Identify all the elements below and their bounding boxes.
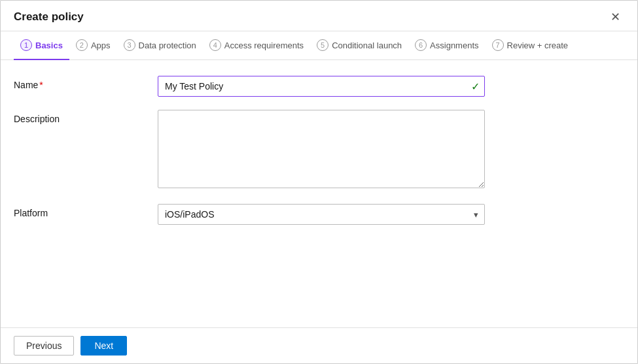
name-label: Name* [14,76,158,90]
tab-access-requirements[interactable]: 4 Access requirements [203,31,310,60]
tab-basics[interactable]: 1 Basics [14,31,69,60]
tab-review-create-step: 7 [492,39,504,51]
previous-button[interactable]: Previous [14,336,74,356]
description-field-wrapper [158,110,485,191]
create-policy-dialog: Create policy ✕ 1 Basics 2 Apps 3 Data p… [0,0,638,364]
tab-data-protection-step: 3 [124,39,135,51]
tab-apps-label: Apps [91,41,111,50]
tab-data-protection-label: Data protection [139,41,196,50]
tab-basics-step: 1 [20,39,32,51]
name-valid-icon: ✓ [471,80,480,93]
tab-review-create-label: Review + create [507,41,569,50]
tab-assignments-label: Assignments [430,41,478,50]
platform-row: Platform iOS/iPadOS Android Windows ▾ [14,204,624,225]
name-row: Name* ✓ [14,76,624,97]
tab-apps-step: 2 [76,39,88,51]
dialog-title: Create policy [14,10,84,24]
platform-label: Platform [14,204,158,218]
tab-assignments[interactable]: 6 Assignments [408,31,485,60]
description-input[interactable] [158,110,485,188]
tab-conditional-launch-step: 5 [317,39,328,51]
tab-conditional-launch-label: Conditional launch [332,41,402,50]
tab-access-requirements-step: 4 [209,39,221,51]
tab-conditional-launch[interactable]: 5 Conditional launch [310,31,408,60]
next-button[interactable]: Next [80,336,127,356]
name-field-wrapper: ✓ [158,76,485,97]
close-button[interactable]: ✕ [607,10,624,24]
tab-apps[interactable]: 2 Apps [69,31,117,60]
form-area: Name* ✓ Description Platform iOS/iPadOS … [1,60,637,327]
platform-select-wrapper: iOS/iPadOS Android Windows ▾ [158,204,485,225]
tab-review-create[interactable]: 7 Review + create [486,31,575,60]
wizard-tabs: 1 Basics 2 Apps 3 Data protection 4 Acce… [1,31,637,60]
tab-basics-label: Basics [35,41,63,50]
dialog-header: Create policy ✕ [1,1,637,31]
dialog-footer: Previous Next [1,327,637,363]
description-label: Description [14,110,158,124]
tab-assignments-step: 6 [415,39,427,51]
tab-access-requirements-label: Access requirements [224,41,304,50]
description-row: Description [14,110,624,191]
name-input[interactable] [158,76,485,97]
platform-select[interactable]: iOS/iPadOS Android Windows [158,204,485,225]
required-star: * [39,80,43,90]
tab-data-protection[interactable]: 3 Data protection [117,31,203,60]
